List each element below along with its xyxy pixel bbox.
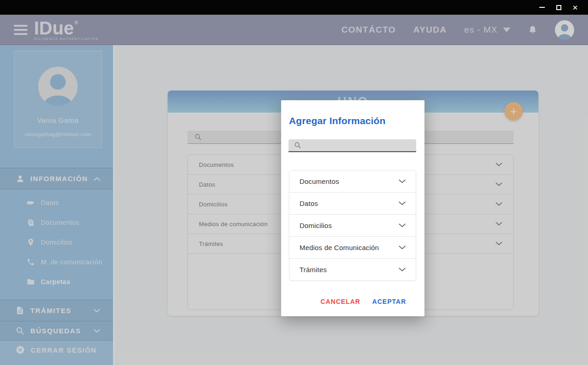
app-window: ✕ IDue® DILIGENCE AUTHENTICATION CONTÁCT…	[0, 0, 588, 365]
chevron-down-icon	[399, 179, 406, 183]
modal-item-datos[interactable]: Datos	[289, 192, 416, 215]
modal-item-label: Datos	[300, 200, 318, 207]
modal-item-label: Trámites	[300, 266, 327, 274]
cancel-button[interactable]: CANCELAR	[321, 298, 361, 305]
window-minimize-button[interactable]	[534, 0, 550, 15]
modal-title: Agregar Información	[289, 115, 385, 126]
accept-button[interactable]: ACEPTAR	[372, 298, 406, 305]
modal-item-documentos[interactable]: Documentos	[289, 170, 416, 193]
window-titlebar: ✕	[0, 0, 588, 15]
chevron-down-icon	[399, 223, 406, 228]
close-icon: ✕	[572, 4, 578, 11]
add-information-modal: Agregar Información Documentos Datos Dom…	[281, 100, 424, 316]
minimize-icon	[539, 7, 545, 8]
modal-item-domicilios[interactable]: Domicilios	[289, 214, 416, 237]
search-icon	[294, 142, 301, 149]
maximize-icon	[556, 5, 561, 10]
chevron-down-icon	[399, 268, 406, 272]
modal-item-label: Domicilios	[300, 222, 332, 229]
window-close-button[interactable]: ✕	[567, 0, 583, 15]
chevron-down-icon	[399, 245, 406, 250]
modal-item-label: Documentos	[300, 177, 339, 185]
modal-accordion-list: Documentos Datos Domicilios Medios de Co…	[289, 170, 416, 281]
chevron-down-icon	[399, 201, 406, 205]
window-maximize-button[interactable]	[550, 0, 567, 15]
modal-item-tramites[interactable]: Trámites	[289, 258, 416, 281]
modal-item-medios[interactable]: Medios de Comunicación	[289, 236, 416, 259]
modal-item-label: Medios de Comunicación	[300, 244, 379, 251]
modal-search-bar[interactable]	[288, 139, 416, 152]
modal-actions: CANCELAR ACEPTAR	[321, 298, 406, 305]
modal-search-input[interactable]	[305, 139, 416, 151]
